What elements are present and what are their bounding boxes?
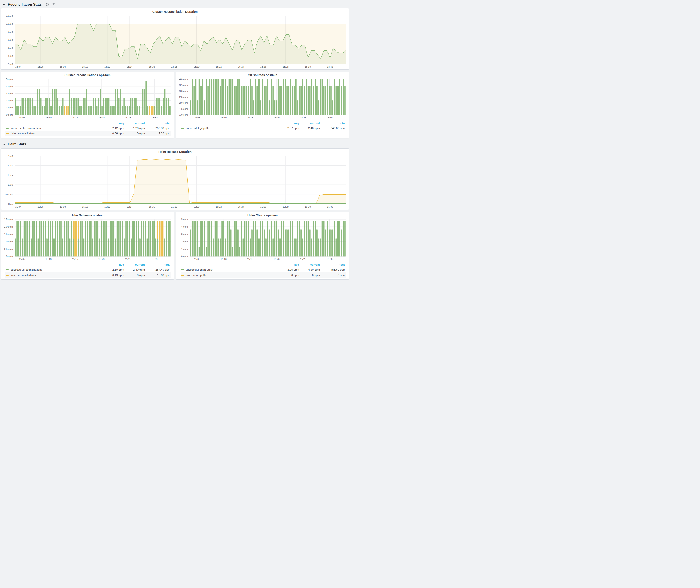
svg-text:15:32: 15:32 bbox=[327, 65, 333, 68]
svg-text:0.5 opm: 0.5 opm bbox=[4, 248, 13, 250]
stat-total: 7.20 opm bbox=[145, 131, 171, 136]
stat-avg: 0.06 opm bbox=[104, 131, 124, 136]
svg-text:15:16: 15:16 bbox=[149, 205, 155, 208]
svg-text:10.0 s: 10.0 s bbox=[6, 23, 13, 25]
svg-text:0 opm: 0 opm bbox=[6, 113, 13, 116]
legend-series-label[interactable]: successful chart pulls bbox=[181, 268, 278, 271]
legend-series-label[interactable]: successful reconciliations bbox=[6, 268, 103, 271]
stat-current: 1.20 opm bbox=[124, 125, 145, 131]
series-color-dash bbox=[181, 275, 184, 276]
legend-series-label[interactable]: successful reconciliations bbox=[6, 126, 103, 130]
series-color-dash bbox=[6, 133, 9, 134]
svg-text:15:20: 15:20 bbox=[274, 116, 280, 119]
helm-release-duration-chart[interactable]: 0 ns500 ms1.0 s1.5 s2.0 s2.5 s15:0415:06… bbox=[1, 154, 349, 210]
legend-col-current[interactable]: current bbox=[124, 121, 145, 125]
chevron-down-icon[interactable] bbox=[3, 143, 6, 146]
cluster-reconciliations-opm-plot[interactable]: 0 opm1 opm2 opm3 opm4 opm5 opm15:0515:10… bbox=[1, 78, 174, 120]
svg-text:1.0 s: 1.0 s bbox=[8, 183, 13, 186]
legend-series-label[interactable]: failed reconciliations bbox=[6, 132, 103, 135]
svg-text:15:25: 15:25 bbox=[125, 258, 131, 260]
svg-text:15:14: 15:14 bbox=[127, 205, 133, 208]
trash-icon[interactable] bbox=[52, 3, 55, 6]
legend-git-sources: avg current total successful git pulls 2… bbox=[176, 120, 349, 132]
legend-col-total[interactable]: total bbox=[145, 121, 171, 125]
section-title[interactable]: Reconciliation Stats bbox=[8, 3, 42, 6]
svg-text:15:24: 15:24 bbox=[238, 205, 244, 208]
svg-text:15:05: 15:05 bbox=[194, 258, 200, 260]
section-title[interactable]: Helm Stats bbox=[8, 142, 26, 146]
svg-text:1.0 opm: 1.0 opm bbox=[4, 240, 13, 243]
gear-icon[interactable] bbox=[46, 3, 49, 6]
svg-text:15:04: 15:04 bbox=[15, 205, 21, 208]
git-sources-opm-chart[interactable]: 1.0 opm1.5 opm2.0 opm2.5 opm3.0 opm3.5 o… bbox=[176, 78, 349, 120]
panel-title[interactable]: Cluster Reconciliations ops/min bbox=[1, 72, 174, 78]
svg-text:1.5 s: 1.5 s bbox=[8, 174, 13, 176]
legend-col-total[interactable]: total bbox=[320, 121, 346, 125]
svg-text:15:20: 15:20 bbox=[274, 258, 280, 260]
svg-text:7.5 s: 7.5 s bbox=[8, 63, 13, 65]
git-sources-opm-plot[interactable]: 1.0 opm1.5 opm2.0 opm2.5 opm3.0 opm3.5 o… bbox=[176, 78, 349, 120]
svg-text:15:32: 15:32 bbox=[327, 205, 333, 208]
svg-text:1.0 opm: 1.0 opm bbox=[179, 113, 188, 116]
svg-text:2 opm: 2 opm bbox=[181, 240, 188, 243]
panel-title[interactable]: Helm Charts ops/min bbox=[176, 212, 349, 218]
cluster-reconciliations-opm-chart[interactable]: 0 opm1 opm2 opm3 opm4 opm5 opm15:0515:10… bbox=[1, 78, 174, 120]
svg-text:2.5 opm: 2.5 opm bbox=[179, 96, 188, 98]
chevron-down-icon[interactable] bbox=[3, 3, 6, 6]
panel-title[interactable]: Helm Releases ops/min bbox=[1, 212, 174, 218]
legend-col-current[interactable]: current bbox=[300, 262, 320, 267]
section-reconciliation-stats: Reconciliation Stats bbox=[1, 1, 349, 8]
stat-avg: 3.85 opm bbox=[279, 267, 300, 272]
legend-series-label[interactable]: failed chart pulls bbox=[181, 273, 278, 277]
svg-text:9.0 s: 9.0 s bbox=[8, 39, 13, 41]
svg-text:8.0 s: 8.0 s bbox=[8, 55, 13, 57]
svg-text:0 ns: 0 ns bbox=[8, 203, 13, 205]
stat-avg: 0.13 opm bbox=[104, 272, 124, 278]
panel-cluster-reconciliations-opm: Cluster Reconciliations ops/min 0 opm1 o… bbox=[1, 72, 174, 138]
legend-col-total[interactable]: total bbox=[320, 262, 346, 267]
cluster-reconciliation-duration-chart[interactable]: 7.5 s8.0 s8.5 s9.0 s9.5 s10.0 s10.5 s15:… bbox=[1, 14, 349, 69]
svg-text:15:28: 15:28 bbox=[282, 205, 289, 208]
helm-release-duration-plot[interactable]: 0 ns500 ms1.0 s1.5 s2.0 s2.5 s15:0415:06… bbox=[1, 154, 349, 210]
svg-text:15:30: 15:30 bbox=[305, 65, 311, 68]
legend-row: failed reconciliations 0.13 opm 0 opm 15… bbox=[5, 272, 171, 278]
svg-text:15:30: 15:30 bbox=[152, 258, 158, 260]
legend-col-avg[interactable]: avg bbox=[104, 121, 124, 125]
legend-row: successful reconciliations 2.12 opm 1.20… bbox=[5, 125, 171, 131]
panel-title[interactable]: Git Sources ops/min bbox=[176, 72, 349, 78]
legend-col-avg[interactable]: avg bbox=[104, 262, 124, 267]
legend-col-avg[interactable]: avg bbox=[279, 262, 300, 267]
panel-helm-releases-opm: Helm Releases ops/min 0 opm0.5 opm1.0 op… bbox=[1, 212, 174, 280]
cluster-reconciliation-duration-plot[interactable]: 7.5 s8.0 s8.5 s9.0 s9.5 s10.0 s10.5 s15:… bbox=[1, 14, 349, 69]
svg-text:15:30: 15:30 bbox=[152, 116, 158, 119]
svg-text:15:15: 15:15 bbox=[72, 258, 78, 260]
legend-series-label[interactable]: failed reconciliations bbox=[6, 273, 103, 277]
helm-charts-opm-chart[interactable]: 0 opm1 opm2 opm3 opm4 opm5 opm15:0515:10… bbox=[176, 218, 349, 262]
svg-text:3.5 opm: 3.5 opm bbox=[179, 84, 188, 86]
legend-col-current[interactable]: current bbox=[124, 262, 145, 267]
svg-text:15:25: 15:25 bbox=[125, 116, 131, 119]
svg-text:0 opm: 0 opm bbox=[6, 255, 13, 258]
series-color-dash bbox=[181, 269, 184, 270]
svg-text:15:20: 15:20 bbox=[98, 116, 105, 119]
legend-row: failed reconciliations 0.06 opm 0 opm 7.… bbox=[5, 131, 171, 136]
svg-text:15:05: 15:05 bbox=[194, 116, 200, 119]
svg-text:15:04: 15:04 bbox=[15, 65, 21, 68]
helm-releases-opm-chart[interactable]: 0 opm0.5 opm1.0 opm1.5 opm2.0 opm2.5 opm… bbox=[1, 218, 174, 262]
legend-col-avg[interactable]: avg bbox=[279, 121, 300, 125]
svg-text:8.5 s: 8.5 s bbox=[8, 47, 13, 49]
stat-total: 254.40 opm bbox=[145, 267, 171, 272]
svg-text:15:26: 15:26 bbox=[260, 65, 266, 68]
legend-col-current[interactable]: current bbox=[300, 121, 320, 125]
legend-series-label[interactable]: successful git pulls bbox=[181, 126, 278, 130]
helm-releases-opm-plot[interactable]: 0 opm0.5 opm1.0 opm1.5 opm2.0 opm2.5 opm… bbox=[1, 218, 174, 262]
helm-charts-opm-plot[interactable]: 0 opm1 opm2 opm3 opm4 opm5 opm15:0515:10… bbox=[176, 218, 349, 262]
panel-title[interactable]: Cluster Reconciliation Duration bbox=[1, 8, 349, 14]
legend-row: successful git pulls 2.87 opm 2.40 opm 3… bbox=[181, 125, 346, 131]
svg-text:9.5 s: 9.5 s bbox=[8, 31, 13, 33]
stat-current: 0 opm bbox=[124, 272, 145, 278]
series-name: successful chart pulls bbox=[186, 268, 213, 271]
panel-title[interactable]: Helm Release Duration bbox=[1, 149, 349, 154]
legend-col-total[interactable]: total bbox=[145, 262, 171, 267]
svg-text:4.0 opm: 4.0 opm bbox=[179, 78, 188, 81]
